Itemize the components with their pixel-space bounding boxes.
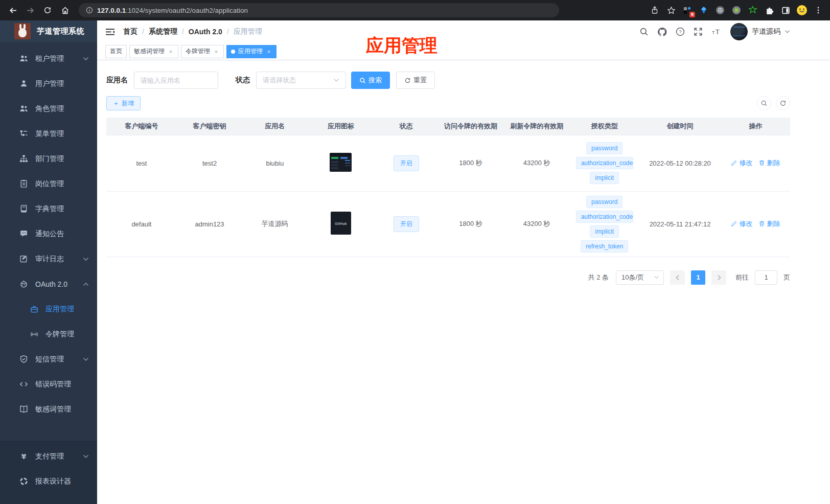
cell-access-token-validity: 1800 秒 [438, 135, 503, 191]
edit-link[interactable]: 修改 [731, 219, 752, 228]
edit-link[interactable]: 修改 [731, 158, 752, 168]
edit-link-label: 修改 [739, 158, 752, 168]
sidebar-item-label: 字典管理 [35, 204, 64, 214]
extension-blocks-icon[interactable]: 9 [682, 5, 693, 16]
extension-green-star-icon[interactable] [747, 5, 758, 16]
browser-home-icon[interactable] [57, 3, 73, 18]
sidebar-item-errorcode[interactable]: 错误码管理 [0, 372, 97, 397]
sidebar-item-label: 审计日志 [35, 255, 64, 264]
sidebar-item-oauth2[interactable]: OAuth 2.0 [0, 271, 97, 296]
browser-menu-icon[interactable] [813, 5, 824, 16]
header-search-icon[interactable] [639, 27, 649, 36]
filter-form: 应用名 状态 请选择状态 搜索 重置 [106, 72, 790, 89]
tab-应用管理[interactable]: 应用管理× [226, 45, 276, 58]
role-users-icon [19, 104, 28, 113]
user-menu[interactable]: 芋道源码 [730, 23, 790, 40]
edit-icon [731, 159, 737, 166]
sidebar-item-user[interactable]: 用户管理 [0, 71, 97, 96]
close-icon[interactable]: × [168, 49, 174, 55]
address-bar[interactable]: 127.0.0.1:1024/system/oauth2/oauth2/appl… [79, 3, 559, 17]
code-icon [19, 380, 28, 388]
site-info-icon[interactable] [86, 7, 93, 14]
trash-icon [758, 159, 765, 166]
browser-reload-icon[interactable] [40, 3, 55, 18]
sidebar-item-post[interactable]: 岗位管理 [0, 171, 97, 196]
sidebar-item-notice[interactable]: 通知公告 [0, 221, 97, 246]
toggle-search-icon[interactable] [757, 96, 771, 110]
share-icon[interactable] [649, 5, 660, 16]
status-select[interactable]: 请选择状态 [256, 72, 346, 89]
profile-emoji-icon[interactable] [796, 5, 808, 16]
add-button[interactable]: ＋ 新增 [106, 96, 141, 110]
sidebar-item-report[interactable]: 报表设计器 [0, 469, 97, 494]
app-logo-bar[interactable]: 芋道管理系统 [0, 20, 97, 42]
fullscreen-icon[interactable] [694, 27, 703, 36]
url-path: :1024/system/oauth2/oauth2/application [126, 7, 248, 14]
breadcrumb: 首页/系统管理/OAuth 2.0/应用管理 [123, 27, 262, 36]
breadcrumb-item[interactable]: OAuth 2.0 [189, 28, 222, 36]
extension-puzzle-icon[interactable] [764, 5, 775, 16]
split-screen-icon[interactable] [780, 5, 791, 16]
goto-page-input[interactable] [755, 270, 777, 285]
sidebar-item-sms[interactable]: 短信管理 [0, 347, 97, 372]
tab-敏感词管理[interactable]: 敏感词管理× [129, 45, 178, 58]
cell-grant-types: passwordauthorization_codeimplicit [570, 135, 639, 191]
sidebar-item-tenant[interactable]: 租户管理 [0, 46, 97, 71]
cell-create-time: 2022-05-12 00:28:20 [639, 135, 721, 191]
refresh-table-icon[interactable] [776, 96, 790, 110]
sidebar-item-audit[interactable]: 审计日志 [0, 246, 97, 271]
chevron-down-icon [83, 57, 89, 61]
sidebar-collapse-icon[interactable] [105, 28, 115, 36]
prev-page-button[interactable] [670, 270, 685, 285]
chevron-down-icon [83, 257, 89, 261]
app-name-input[interactable] [134, 72, 218, 89]
breadcrumb-item[interactable]: 系统管理 [149, 27, 177, 36]
font-size-icon[interactable]: TT [711, 27, 722, 36]
status-badge: 开启 [394, 155, 419, 171]
page-size-select[interactable]: 10条/页 [616, 270, 664, 285]
sidebar-item-dept[interactable]: 部门管理 [0, 146, 97, 171]
browser-back-icon[interactable] [5, 3, 20, 18]
reset-button[interactable]: 重置 [396, 72, 435, 89]
extension-kite-icon[interactable] [698, 5, 709, 16]
grant-type-tag: refresh_token [581, 240, 628, 253]
sidebar-item-label: 部门管理 [35, 154, 64, 164]
page-1-button[interactable]: 1 [691, 270, 705, 285]
app-name-label: 应用名 [106, 76, 128, 85]
next-page-button[interactable] [711, 270, 726, 285]
sidebar-item-role[interactable]: 角色管理 [0, 96, 97, 121]
help-icon[interactable]: ? [676, 27, 685, 36]
user-icon [19, 79, 28, 88]
extension-green-dot-icon[interactable] [731, 5, 742, 16]
refresh-icon [404, 77, 411, 84]
search-button[interactable]: 搜索 [351, 72, 390, 89]
sidebar-item-sensitiveword[interactable]: 敏感词管理 [0, 397, 97, 422]
extension-dark-circle-icon[interactable] [714, 5, 726, 16]
chevron-down-icon [785, 30, 790, 34]
page-unit-label: 页 [783, 273, 790, 282]
browser-chrome: 127.0.0.1:1024/system/oauth2/oauth2/appl… [0, 0, 830, 20]
tab-令牌管理[interactable]: 令牌管理× [181, 45, 224, 58]
sidebar-item-pay[interactable]: ¥支付管理 [0, 444, 97, 469]
bookmark-star-icon[interactable] [665, 5, 677, 16]
github-icon[interactable] [657, 27, 667, 37]
delete-link[interactable]: 删除 [758, 158, 780, 168]
menu-tree-icon [19, 129, 28, 138]
dictionary-icon [19, 204, 28, 213]
close-icon[interactable]: × [213, 49, 219, 55]
table-toolbar: ＋ 新增 [106, 96, 790, 110]
sidebar-item-dict[interactable]: 字典管理 [0, 196, 97, 221]
column-header: 刷新令牌的有效期 [503, 118, 570, 135]
goto-label: 前往 [735, 273, 749, 282]
sidebar-item-label: 角色管理 [35, 104, 64, 113]
sidebar-item-application[interactable]: 应用管理 [0, 296, 97, 322]
tab-首页[interactable]: 首页 [105, 45, 127, 58]
delete-link[interactable]: 删除 [758, 219, 780, 228]
browser-forward-icon[interactable] [22, 3, 38, 18]
sidebar-item-menu[interactable]: 菜单管理 [0, 121, 97, 146]
chevron-down-icon [83, 454, 89, 459]
close-icon[interactable]: × [266, 49, 272, 55]
breadcrumb-item[interactable]: 首页 [123, 27, 137, 36]
table-row: testtest2biubiu开启1800 秒43200 秒passwordau… [106, 135, 790, 191]
sidebar-item-token[interactable]: 令牌管理 [0, 322, 97, 347]
